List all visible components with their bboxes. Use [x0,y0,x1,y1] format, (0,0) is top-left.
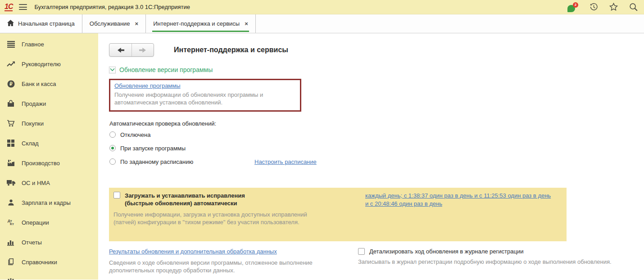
trend-up-icon [6,59,15,68]
radio-icon[interactable] [109,158,116,165]
topbar-icons: 2 [567,2,638,12]
sidebar-item-purchases[interactable]: Покупки [0,113,98,133]
update-program-description: Получение информации об обновлениях прог… [114,91,295,106]
sidebar-item-label: Зарплата и кадры [22,199,71,206]
back-button[interactable] [109,44,132,56]
sidebar-item-manager[interactable]: Руководителю [0,54,98,74]
grid-icon [6,139,15,148]
person-icon [6,198,15,207]
sidebar-item-operations[interactable]: ДтКт Операции [0,212,98,232]
sidebar-item-production[interactable]: Производство [0,153,98,173]
tab-service[interactable]: Обслуживание × [82,14,146,33]
patches-schedule-link[interactable]: каждый день; с 1:38:37 один раз в день и… [365,192,551,207]
section-sidebar: Главное Руководителю ₽ Банк и касса Прод… [0,33,98,280]
books-icon [6,257,15,266]
patches-checkbox-label: Загружать и устанавливать исправления (б… [125,192,273,207]
radio-label: По заданному расписанию [120,158,193,165]
home-icon [7,20,14,27]
sidebar-item-label: Администрирование [22,279,77,280]
tab-home[interactable]: Начальная страница [0,14,82,33]
tab-bar: Начальная страница Обслуживание × Интерн… [0,14,644,33]
history-nav-buttons [109,43,154,57]
sidebar-item-label: Операции [22,219,49,226]
tab-label: Начальная страница [18,20,75,27]
truck-icon [6,178,15,187]
update-program-link[interactable]: Обновление программы [114,82,181,89]
radio-selected-icon[interactable] [109,145,116,151]
notification-badge: 2 [573,2,578,8]
sidebar-item-bank[interactable]: ₽ Банк и касса [0,74,98,94]
factory-icon [6,158,15,167]
log-detail-description: Записывать в журнал регистрации подробну… [358,258,616,266]
ruble-coin-icon: ₽ [6,79,15,88]
radio-label: Отключена [120,131,150,138]
sidebar-item-directories[interactable]: Справочники [0,252,98,272]
favorites-star-icon[interactable] [609,3,618,12]
radio-label: При запуске программы [120,145,186,152]
update-results-description: Сведения о ходе обновления версии програ… [109,259,352,274]
close-tab-icon[interactable]: × [245,20,248,27]
top-bar: 1С Бухгалтерия предприятия, редакция 3.0… [0,0,644,14]
configure-schedule-link[interactable]: Настроить расписание [254,158,317,165]
auto-check-label: Автоматическая проверка обновлений: [109,120,216,127]
sidebar-item-label: Руководителю [22,61,61,68]
debit-credit-icon: ДтКт [6,218,15,227]
update-results-link[interactable]: Результаты обновления и дополнительная о… [109,248,277,255]
sidebar-item-reports[interactable]: Отчеты [0,232,98,252]
close-tab-icon[interactable]: × [135,20,139,27]
search-icon[interactable] [629,3,638,12]
tab-label: Обслуживание [90,20,130,27]
patches-highlight-panel: Загружать и устанавливать исправления (б… [109,188,567,241]
sidebar-item-sales[interactable]: Продажи [0,94,98,113]
update-highlight-frame: Обновление программы Получение информаци… [109,79,301,112]
radio-icon[interactable] [109,131,116,138]
radio-option-on-schedule[interactable]: По заданному расписанию [109,157,193,166]
log-detail-checkbox-label: Детализировать ход обновления в журнале … [369,248,523,255]
svg-text:₽: ₽ [9,81,13,86]
sidebar-item-label: Банк и касса [22,81,56,87]
bar-chart-icon [6,238,15,247]
sidebar-item-label: Отчеты [22,239,42,246]
sidebar-item-warehouse[interactable]: Склад [0,133,98,153]
section-title: Обновление версии программы [119,66,213,73]
collapse-section-button[interactable] [109,67,116,73]
sidebar-item-label: Покупки [22,120,44,127]
sidebar-item-label: Склад [22,140,39,147]
page-title: Интернет-поддержка и сервисы [174,46,288,54]
radio-option-on-startup[interactable]: При запуске программы [109,144,186,153]
discussions-icon[interactable]: 2 [567,2,578,12]
menu-icon [6,40,15,49]
main-content: Интернет-поддержка и сервисы Обновление … [98,33,644,280]
log-detail-checkbox[interactable] [358,248,365,255]
sidebar-item-label: Справочники [22,259,57,266]
tab-label: Интернет-поддержка и сервисы [153,20,240,27]
patches-description: Получение информации, загрузка и установ… [113,211,322,226]
sidebar-item-label: ОС и НМА [22,180,50,186]
bag-icon [6,99,15,108]
sidebar-item-label: Главное [22,41,44,48]
forward-button[interactable] [132,44,154,56]
patches-checkbox[interactable] [113,192,120,199]
sidebar-item-label: Продажи [22,100,46,107]
app-title: Бухгалтерия предприятия, редакция 3.0 1С… [34,4,190,10]
main-menu-icon[interactable] [19,4,27,10]
chevron-down-icon [110,68,115,72]
radio-option-disabled[interactable]: Отключена [109,130,150,139]
1c-logo: 1С [5,3,13,11]
sidebar-item-salary[interactable]: Зарплата и кадры [0,193,98,212]
sidebar-item-main[interactable]: Главное [0,34,98,54]
tab-internet-support[interactable]: Интернет-поддержка и сервисы × [146,14,256,33]
cart-icon [6,119,15,128]
sidebar-item-label: Производство [22,160,60,167]
history-icon[interactable] [589,3,598,12]
sidebar-item-administration[interactable]: Администрирование [0,272,98,280]
sidebar-item-fixed-assets[interactable]: ОС и НМА [0,173,98,193]
gear-icon [6,277,15,280]
